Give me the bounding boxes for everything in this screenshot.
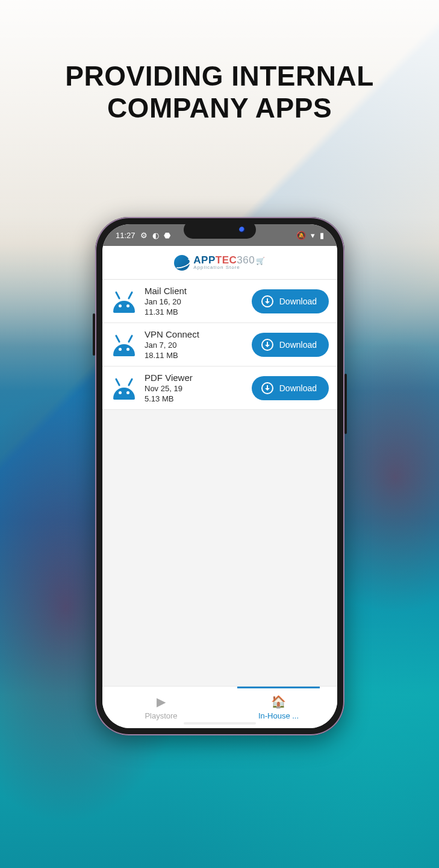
app-header: APPTEC360🛒 Application Store: [102, 246, 337, 280]
app-size: 18.11 MB: [145, 351, 244, 360]
cart-icon: 🛒: [256, 257, 266, 265]
app-date: Nov 25, 19: [145, 384, 244, 393]
download-button[interactable]: Download: [252, 289, 329, 313]
download-icon: [261, 295, 273, 307]
download-label: Download: [279, 340, 317, 350]
download-icon: [261, 339, 273, 351]
phone-notch: [184, 221, 256, 239]
home-indicator: [184, 722, 256, 725]
tab-label: Playstore: [145, 711, 177, 720]
globe-icon: [174, 255, 190, 271]
list-item: PDF Viewer Nov 25, 19 5.13 MB Download: [102, 366, 337, 410]
promo-headline: PROVIDING INTERNAL COMPANY APPS: [0, 60, 439, 124]
headline-line-2: COMPANY APPS: [0, 92, 439, 124]
android-icon: [111, 333, 137, 356]
brand-logo: APPTEC360🛒 Application Store: [174, 255, 265, 271]
tab-label: In-House ...: [258, 711, 299, 720]
android-icon: [111, 290, 137, 313]
app-list[interactable]: Mail Client Jan 16, 20 11.31 MB Download…: [102, 280, 337, 686]
app-date: Jan 16, 20: [145, 297, 244, 306]
download-button[interactable]: Download: [252, 333, 329, 357]
headline-line-1: PROVIDING INTERNAL: [0, 60, 439, 92]
phone-screen: 11:27 ⚙ ◐ ⬣ 🔕 ▾ ▮ APPTEC360🛒 Application…: [102, 224, 337, 728]
brand-name: APPTEC360🛒: [193, 255, 265, 265]
download-button[interactable]: Download: [252, 376, 329, 400]
status-time: 11:27: [116, 231, 135, 240]
circle-icon: ◐: [152, 231, 159, 240]
app-date: Jan 7, 20: [145, 341, 244, 350]
shield-icon: ⬣: [164, 231, 170, 240]
battery-icon: ▮: [320, 231, 324, 240]
app-size: 11.31 MB: [145, 307, 244, 316]
app-name: Mail Client: [145, 286, 244, 296]
android-icon: [111, 377, 137, 400]
app-size: 5.13 MB: [145, 394, 244, 403]
list-item: VPN Connect Jan 7, 20 18.11 MB Download: [102, 323, 337, 366]
phone-frame: 11:27 ⚙ ◐ ⬣ 🔕 ▾ ▮ APPTEC360🛒 Application…: [95, 217, 344, 735]
download-icon: [261, 382, 273, 394]
dnd-icon: 🔕: [296, 231, 306, 240]
download-label: Download: [279, 383, 317, 393]
wifi-icon: ▾: [311, 231, 315, 240]
play-icon: ▶: [157, 694, 166, 709]
gear-icon: ⚙: [140, 231, 148, 240]
app-name: PDF Viewer: [145, 373, 244, 383]
list-item: Mail Client Jan 16, 20 11.31 MB Download: [102, 280, 337, 323]
building-icon: 🏠: [271, 694, 286, 709]
app-name: VPN Connect: [145, 329, 244, 339]
download-label: Download: [279, 297, 317, 306]
